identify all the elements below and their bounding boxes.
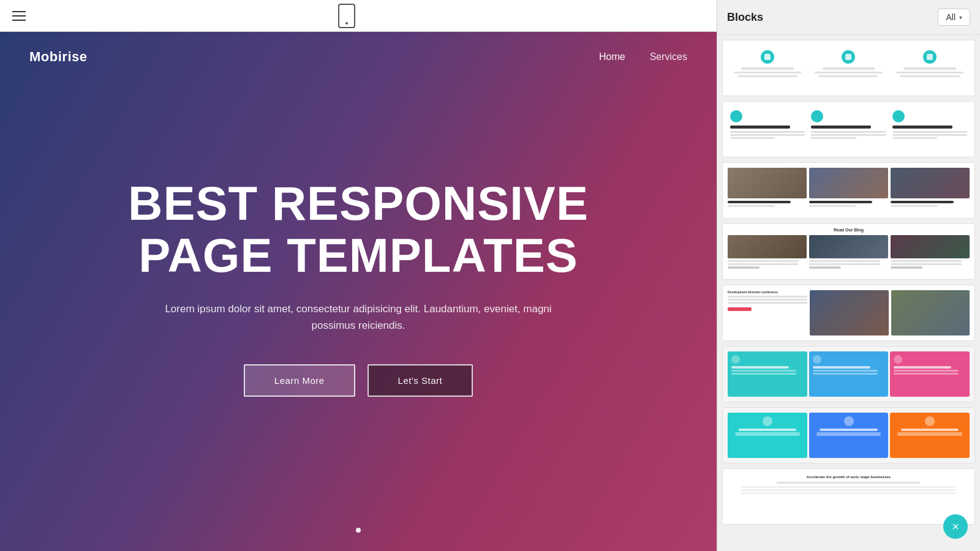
line [728, 260, 799, 262]
line [730, 134, 805, 136]
line [734, 72, 801, 73]
feature-icon-1 [761, 50, 774, 64]
line [816, 434, 881, 436]
read-more-btn [891, 266, 922, 269]
blocks-filter-label: All [946, 12, 956, 22]
photo-2 [809, 168, 888, 198]
hero-content: BEST RESPONSIVE PAGE TEMPLATES Lorem ips… [0, 47, 717, 528]
line [891, 260, 962, 262]
hero-subtitle: Lorem ipsum dolor sit amet, consectetur … [144, 301, 573, 334]
block-2-title [811, 126, 871, 129]
line [739, 429, 796, 431]
line [731, 370, 796, 372]
conference-left: Development direction conference [728, 290, 807, 335]
read-more-btn [728, 266, 760, 269]
blocks-scroll-area[interactable]: Read Our Blog [717, 35, 980, 551]
blog-col-3 [891, 235, 970, 276]
hero-title-line1: BEST RESPONSIVE [128, 176, 589, 230]
block-card-7[interactable] [722, 407, 975, 463]
white-icon-3 [894, 355, 902, 364]
block-4-thumb: Read Our Blog [723, 224, 974, 279]
block-3-col-3 [891, 168, 970, 213]
line [891, 205, 938, 207]
block-card-2[interactable] [722, 101, 975, 157]
startup-title: Accelerate the growth of early stage bus… [807, 475, 891, 479]
block-card-1[interactable] [722, 40, 975, 96]
conference-photo-2 [891, 290, 970, 335]
dot-1[interactable] [356, 528, 361, 533]
block-1-thumb [723, 40, 974, 96]
mobile-icon-dot [345, 22, 348, 24]
white-icon-2 [813, 355, 821, 364]
block-card-8[interactable]: Accelerate the growth of early stage bus… [722, 468, 975, 525]
line [728, 296, 807, 298]
block-card-4[interactable]: Read Our Blog [722, 223, 975, 280]
block-card-5[interactable]: Development direction conference [722, 285, 975, 341]
line [728, 263, 799, 265]
colored-col-3 [890, 351, 970, 397]
close-panel-button[interactable]: × [943, 514, 968, 539]
toolbar-left [12, 11, 26, 21]
line [892, 131, 967, 133]
block-3-col-2 [809, 168, 888, 213]
read-more-btn [809, 266, 841, 269]
hamburger-icon[interactable] [12, 11, 26, 21]
line [892, 134, 967, 136]
blog-header: Read Our Blog [728, 228, 970, 232]
block-2-col-3 [890, 108, 970, 151]
line [809, 263, 880, 265]
toolbar [0, 0, 717, 32]
line [813, 373, 878, 375]
conference-title: Development direction conference [728, 290, 807, 294]
blog-photo-3 [891, 235, 970, 258]
hero-dots [0, 528, 717, 551]
alt-col-3 [890, 413, 970, 458]
line [730, 137, 775, 139]
block-1-col-2 [809, 47, 888, 89]
alt-icon-3 [925, 416, 935, 426]
block-card-6[interactable] [722, 346, 975, 402]
line [897, 434, 962, 436]
line [900, 75, 960, 77]
line [894, 366, 951, 369]
block-3-thumb [723, 163, 974, 218]
toolbar-center [338, 4, 355, 28]
blog-col-1 [728, 235, 807, 276]
photo-1 [728, 168, 807, 198]
block-6-thumb [723, 347, 974, 402]
conference-photo-1 [810, 290, 888, 335]
line [891, 201, 954, 203]
preview-area: Mobirise Home Services BEST RESPONSIVE P… [0, 32, 717, 551]
line [731, 373, 796, 375]
blog-photo-1 [728, 235, 807, 258]
line [813, 366, 870, 369]
line [894, 373, 959, 375]
circle-icon-3 [892, 110, 905, 122]
line [891, 263, 962, 265]
line [823, 67, 875, 70]
feature-icon-2 [842, 50, 855, 64]
blocks-header: Blocks All ▾ [717, 0, 980, 35]
feature-icon-3 [923, 50, 937, 64]
blocks-panel: Blocks All ▾ [717, 0, 980, 551]
block-card-3[interactable] [722, 162, 975, 219]
line [728, 302, 807, 304]
line [819, 75, 879, 77]
alt-col-1 [728, 413, 807, 458]
blog-col-2 [809, 235, 888, 276]
line [901, 429, 959, 431]
block-7-thumb [723, 408, 974, 463]
block-5-thumb: Development direction conference [723, 285, 974, 340]
lets-start-button[interactable]: Let's Start [368, 364, 473, 397]
block-2-title [892, 126, 952, 129]
conference-right [810, 290, 970, 335]
blocks-filter-dropdown[interactable]: All ▾ [938, 9, 970, 26]
close-icon: × [952, 520, 959, 534]
learn-more-button[interactable]: Learn More [244, 364, 355, 397]
line [731, 366, 789, 369]
mobile-preview-icon[interactable] [338, 4, 355, 28]
hero-section: Mobirise Home Services BEST RESPONSIVE P… [0, 32, 717, 551]
alt-icon-2 [844, 416, 854, 426]
block-8-thumb: Accelerate the growth of early stage bus… [723, 469, 974, 524]
block-2-thumb [723, 102, 974, 157]
